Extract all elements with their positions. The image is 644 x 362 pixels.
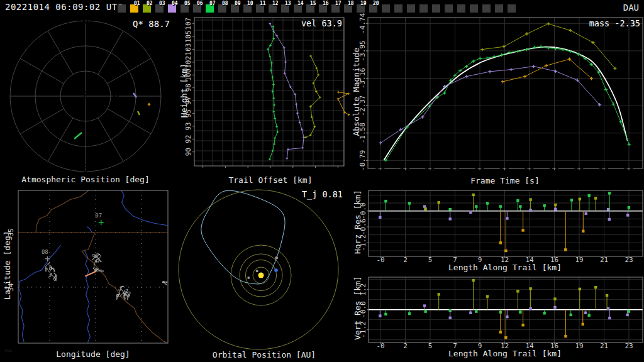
- svg-text:Z: Z: [82, 89, 89, 101]
- station-number: 13: [285, 1, 291, 6]
- station-number: 17: [335, 1, 341, 6]
- planet-venus: [247, 277, 250, 279]
- station-number: 15: [310, 1, 316, 6]
- station-indicator[interactable]: [419, 4, 428, 13]
- svg-text:11: 11: [573, 166, 585, 178]
- velocity-stat: vel 63.9: [264, 19, 342, 28]
- magnitude-plot-ylabel: Absolute Magnitude: [352, 41, 361, 142]
- horz-res-plot: -02579121416192123-0.0-0.6-1.2: [359, 190, 643, 264]
- svg-text:23: 23: [625, 342, 633, 350]
- svg-text:5: 5: [428, 342, 433, 350]
- svg-text:07: 07: [95, 212, 102, 219]
- vert-res-plot: -025791214161921231.2-0.0-1.2: [359, 277, 643, 350]
- svg-text:5: 5: [428, 256, 433, 264]
- mass-stat: mass -2.35: [553, 19, 640, 28]
- station-number: 08: [222, 1, 228, 6]
- station-number: 06: [197, 1, 203, 6]
- station-indicator[interactable]: [482, 4, 491, 13]
- svg-text:11: 11: [598, 166, 610, 178]
- station-number: 14: [297, 1, 304, 6]
- station-indicator[interactable]: [118, 4, 126, 13]
- svg-text:21: 21: [600, 342, 608, 350]
- orbit-jupiter: [179, 190, 338, 349]
- svg-text:2: 2: [403, 342, 408, 350]
- watermark: rpi: [4, 349, 13, 354]
- svg-text:11: 11: [399, 166, 411, 178]
- station-number: 18: [348, 1, 354, 6]
- planet-mercury: [256, 270, 258, 272]
- atmospheric-position-plot: NSEWZRM: [4, 17, 168, 174]
- svg-text:R: R: [118, 77, 124, 89]
- map-features: 0708: [18, 190, 168, 343]
- station-number: 07: [209, 1, 216, 6]
- vert-res-ylabel: Vert Res [km]: [353, 258, 362, 358]
- svg-text:S: S: [82, 162, 89, 174]
- tisserand-stat: T_j 0.81: [264, 190, 343, 199]
- svg-text:19: 19: [575, 256, 583, 264]
- svg-text:-4.74: -4.74: [358, 13, 367, 33]
- svg-text:11: 11: [374, 166, 386, 178]
- orbit-plot: [179, 190, 338, 349]
- comet-orbit: [201, 190, 285, 284]
- planet-mars: [275, 256, 278, 260]
- station-number: 11: [260, 1, 266, 6]
- map-xlabel: Longitude [deg]: [30, 350, 156, 359]
- polar-plot-title: Atmospheric Position [deg]: [16, 175, 155, 184]
- station-number: 03: [159, 1, 165, 6]
- svg-text:11: 11: [197, 165, 209, 177]
- magnitude-plot-xlabel: Frame Time [s]: [442, 177, 568, 185]
- station-indicator[interactable]: [394, 4, 402, 13]
- vert-res-xlabel: Length Along Trail [km]: [442, 349, 568, 358]
- station-number: 16: [323, 1, 329, 6]
- station-indicator[interactable]: [445, 4, 453, 13]
- planet-earth: [274, 268, 278, 272]
- q-star-stat: Q* 88.7: [94, 19, 170, 29]
- svg-text:-0.79: -0.79: [358, 150, 367, 171]
- station-number: 12: [272, 1, 279, 6]
- svg-text:N: N: [82, 17, 89, 29]
- horz-res-xlabel: Length Along Trail [km]: [442, 263, 568, 272]
- svg-text:11: 11: [424, 166, 436, 178]
- station-indicator[interactable]: [508, 4, 516, 13]
- orbit-plot-title: Orbital Position [AU]: [201, 351, 327, 359]
- svg-text:2: 2: [403, 256, 408, 264]
- svg-text:M: M: [113, 93, 119, 105]
- height-plot-ylabel: Height [km]: [180, 40, 189, 141]
- sun: [258, 273, 264, 278]
- station-number: 10: [247, 1, 253, 6]
- station-indicator[interactable]: [470, 4, 478, 13]
- station-indicators: 0102030405060708091011121314151617181920: [0, 0, 644, 15]
- svg-text:-0: -0: [376, 342, 384, 350]
- station-indicator[interactable]: [382, 4, 390, 13]
- height-plot: 1111111111111110710510310210098979593929…: [184, 18, 350, 177]
- svg-text:23: 23: [625, 256, 633, 264]
- station-number: 09: [235, 1, 241, 6]
- ground-map: 07081111113534: [7, 190, 168, 356]
- svg-text:11: 11: [332, 165, 344, 177]
- station-number: 05: [184, 1, 191, 6]
- system-label: DAU: [604, 3, 639, 13]
- dau-display: { "header": { "timestamp": "20221014 06:…: [0, 0, 644, 362]
- station-indicator[interactable]: [432, 4, 440, 13]
- svg-text:E: E: [162, 89, 168, 101]
- station-number: 04: [172, 1, 178, 6]
- height-plot-xlabel: Trail Offset [km]: [208, 176, 333, 185]
- svg-text:11: 11: [623, 166, 635, 178]
- station-number: 19: [360, 1, 367, 6]
- svg-text:W: W: [4, 89, 10, 101]
- station-indicator[interactable]: [407, 4, 415, 13]
- station-indicator[interactable]: [457, 4, 465, 13]
- station-number: 02: [147, 1, 153, 6]
- svg-text:21: 21: [600, 256, 608, 264]
- svg-text:-0: -0: [376, 256, 384, 264]
- horz-res-ylabel: Horz Res [km]: [353, 172, 362, 272]
- map-ylabel: Latitude [deg]: [3, 215, 12, 315]
- svg-text:107: 107: [184, 18, 192, 30]
- station-number: 20: [373, 1, 379, 6]
- station-number: 01: [134, 1, 140, 6]
- magnitude-plot: 1111111111111111111111-4.74-3.95-3.16-2.…: [358, 13, 643, 178]
- station-indicator[interactable]: [495, 4, 503, 13]
- svg-text:08: 08: [42, 249, 48, 255]
- svg-text:19: 19: [575, 342, 583, 350]
- svg-text:90: 90: [184, 148, 192, 156]
